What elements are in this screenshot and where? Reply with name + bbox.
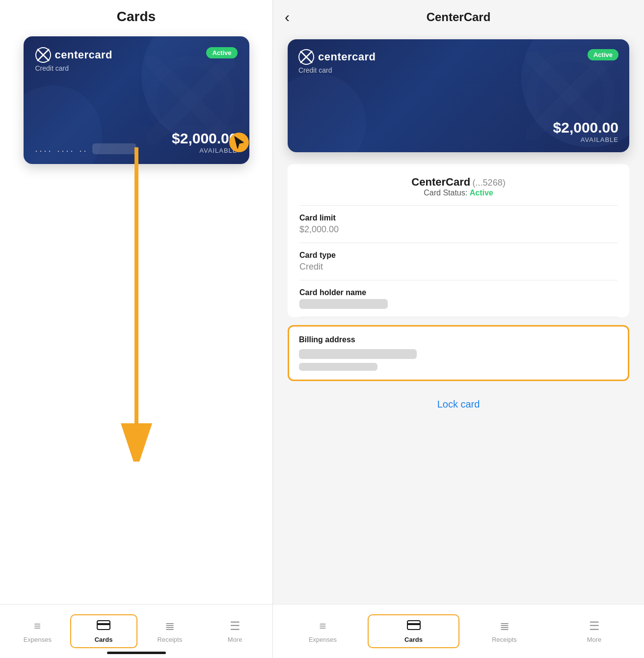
receipts-icon-left: ≣ — [165, 619, 175, 633]
nav-item-receipts-right[interactable]: ≣ Receipts — [459, 615, 549, 647]
more-icon-right: ☰ — [589, 619, 600, 633]
card-limit-label: Card limit — [299, 214, 617, 222]
right-content: centercard Credit card Active $2,000.00 … — [273, 34, 644, 658]
lock-card-link[interactable]: Lock card — [288, 391, 629, 418]
card-logo-text-right: centercard — [318, 51, 376, 63]
card-number-ref: (...5268) — [473, 178, 506, 188]
divider-2 — [299, 243, 617, 243]
home-indicator-left — [107, 652, 166, 654]
nav-item-expenses-left[interactable]: ≡ Expenses — [5, 615, 70, 647]
left-bottom-nav: ≡ Expenses Cards ≣ Receipts ☰ More — [0, 604, 272, 658]
receipts-icon-right: ≣ — [500, 619, 510, 633]
nav-item-receipts-left[interactable]: ≣ Receipts — [137, 615, 203, 647]
card-info-section: CenterCard (...5268) Card Status: Active… — [288, 164, 629, 317]
nav-item-cards-left[interactable]: Cards — [70, 614, 137, 648]
left-title: Cards — [117, 9, 156, 25]
back-button[interactable]: ‹ — [285, 9, 290, 26]
card-name-row: CenterCard (...5268) Card Status: Active — [299, 176, 617, 197]
card-limit-value: $2,000.00 — [299, 224, 617, 235]
cursor-dot — [229, 133, 249, 152]
card-logo-text: centercard — [55, 49, 113, 61]
card-status-badge-right: Active — [588, 49, 618, 60]
cards-icon-left — [97, 619, 110, 633]
card-limit-field: Card limit $2,000.00 — [299, 214, 617, 235]
credit-card-right[interactable]: centercard Credit card Active $2,000.00 … — [288, 39, 629, 152]
billing-address-label: Billing address — [299, 335, 618, 344]
card-name-main: CenterCard — [411, 176, 470, 188]
nav-item-more-right[interactable]: ☰ More — [549, 615, 639, 647]
more-label-right: More — [587, 636, 602, 643]
card-status-badge-left: Active — [206, 47, 237, 58]
svg-rect-9 — [97, 623, 110, 625]
card-amount-right: $2,000.00 — [553, 119, 618, 136]
card-status-label: Card Status: Active — [424, 189, 493, 197]
nav-item-more-left[interactable]: ☰ More — [202, 615, 268, 647]
more-icon-left: ☰ — [230, 619, 241, 633]
more-label-left: More — [228, 636, 242, 643]
divider-3 — [299, 280, 617, 280]
card-type-value: Credit — [299, 262, 617, 272]
card-holder-field: Card holder name — [299, 288, 617, 309]
cards-label-right: Cards — [404, 636, 423, 643]
divider-4 — [299, 317, 617, 317]
right-header-title: CenterCard — [427, 10, 491, 24]
card-type-label: Card type — [299, 251, 617, 260]
receipts-label-left: Receipts — [158, 636, 183, 643]
left-panel: Cards centercard Credit card — [0, 0, 273, 658]
expenses-label-left: Expenses — [24, 636, 52, 643]
expenses-label-right: Expenses — [309, 636, 337, 643]
card-holder-label: Card holder name — [299, 288, 617, 297]
card-status-value: Active — [470, 189, 493, 197]
card-logo-area: centercard Credit card — [35, 47, 113, 72]
svg-rect-17 — [407, 623, 420, 625]
card-logo-area-right: centercard Credit card — [298, 49, 376, 74]
nav-item-expenses-right[interactable]: ≡ Expenses — [278, 615, 368, 647]
right-panel: ‹ CenterCard — [273, 0, 644, 658]
card-type-left: Credit card — [35, 64, 113, 72]
nav-item-cards-right[interactable]: Cards — [368, 614, 459, 648]
divider-1 — [299, 205, 617, 206]
right-bottom-nav: ≡ Expenses Cards ≣ Receipts ☰ More — [273, 604, 644, 658]
expenses-icon-right: ≡ — [319, 619, 326, 633]
cards-icon-right — [407, 619, 421, 633]
card-available-left: AVAILABLE — [172, 147, 237, 154]
card-type-field: Card type Credit — [299, 251, 617, 272]
expenses-icon-left: ≡ — [34, 619, 41, 633]
right-header: ‹ CenterCard — [273, 0, 644, 34]
billing-address-blur-1 — [299, 349, 417, 359]
card-available-right: AVAILABLE — [553, 136, 618, 143]
cards-label-left: Cards — [95, 636, 113, 643]
receipts-label-right: Receipts — [492, 636, 517, 643]
card-type-right: Credit card — [298, 66, 376, 74]
card-amount-left: $2,000.00 — [172, 130, 237, 147]
billing-address-blur-2 — [299, 363, 377, 371]
annotation-arrow — [107, 142, 166, 462]
card-holder-blur — [299, 299, 388, 309]
billing-address-box: Billing address — [288, 325, 629, 381]
